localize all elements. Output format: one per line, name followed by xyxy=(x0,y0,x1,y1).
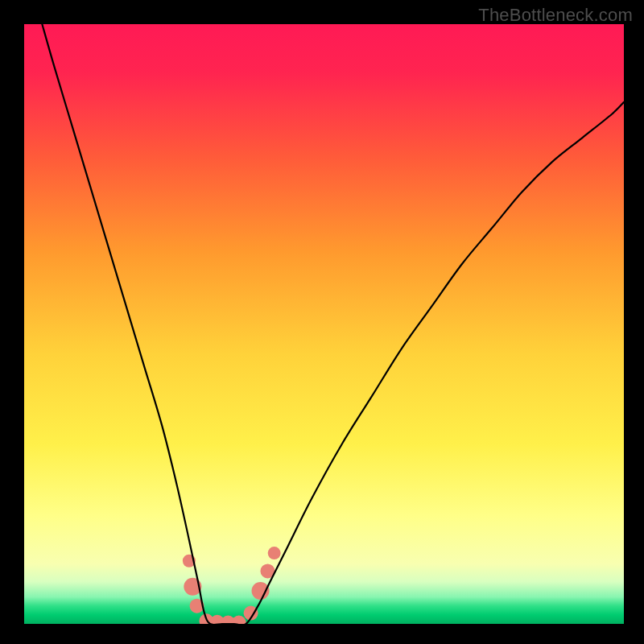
chart-frame: TheBottleneck.com xyxy=(0,0,644,644)
gradient-bg xyxy=(24,24,624,624)
data-marker xyxy=(252,582,270,600)
plot-area xyxy=(24,24,624,624)
chart-svg xyxy=(24,24,624,624)
watermark-text: TheBottleneck.com xyxy=(478,5,633,26)
data-marker xyxy=(268,547,281,559)
